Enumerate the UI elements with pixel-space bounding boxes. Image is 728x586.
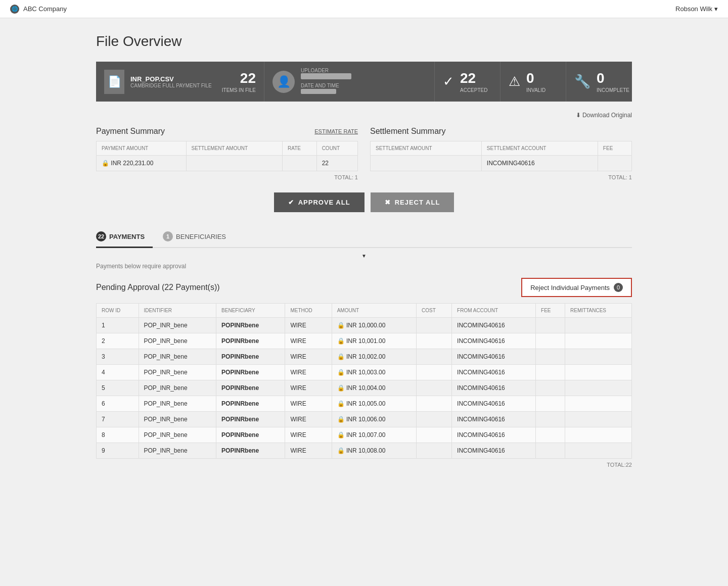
banner-incomplete-count: 0 [597,70,629,86]
approve-all-button[interactable]: ✔ APPROVE ALL [274,192,365,212]
table-row[interactable]: 6 POP_INR_bene POPINRbene WIRE 🔒 INR 10,… [97,396,632,412]
tab-beneficiaries[interactable]: 1 BENEFICIARIES [163,226,234,248]
file-icon: 📄 [104,70,124,94]
cell-beneficiary: POPINRbene [216,365,285,380]
banner-file-info: INR_POP.CSV CAMBRIDGE FULL PAYMENT FILE [130,75,212,88]
col-fee: FEE [536,304,565,318]
user-avatar-icon: 👤 [272,71,295,93]
cell-from-account: INCOMING40616 [452,443,536,459]
download-bar: ⬇ Download Original [96,112,632,119]
cell-cost [417,427,452,443]
cell-beneficiary: POPINRbene [216,396,285,412]
cell-fee [536,333,565,349]
cell-rate [283,156,317,171]
banner-uploader-name [301,73,351,79]
cell-row-id: 2 [97,333,139,349]
cell-remittances [565,380,632,396]
cell-from-account: INCOMING40616 [452,412,536,427]
cell-identifier: POP_INR_bene [139,443,216,459]
table-row[interactable]: 7 POP_INR_bene POPINRbene WIRE 🔒 INR 10,… [97,412,632,427]
col-from-account: FROM ACCOUNT [452,304,536,318]
table-row[interactable]: 8 POP_INR_bene POPINRbene WIRE 🔒 INR 10,… [97,427,632,443]
pending-approval-title: Pending Approval (22 Payment(s)) [96,283,220,292]
col-row-id: ROW ID [97,304,139,318]
cell-fee [536,412,565,427]
col-remittances: REMITTANCES [565,304,632,318]
cell-cost [417,396,452,412]
payments-table-wrapper: ROW ID IDENTIFIER BENEFICIARY METHOD AMO… [96,303,632,468]
table-row[interactable]: 1 POP_INR_bene POPINRbene WIRE 🔒 INR 10,… [97,318,632,333]
cell-row-id: 9 [97,443,139,459]
cell-fee [536,349,565,365]
tab-payments[interactable]: 22 PAYMENTS [96,226,153,248]
banner-items-label: ITEMS IN FILE [222,87,256,93]
table-row[interactable]: 9 POP_INR_bene POPINRbene WIRE 🔒 INR 10,… [97,443,632,459]
cell-from-account: INCOMING40616 [452,380,536,396]
cell-from-account: INCOMING40616 [452,318,536,333]
cell-beneficiary: POPINRbene [216,427,285,443]
cell-identifier: POP_INR_bene [139,318,216,333]
cell-cost [417,349,452,365]
banner-items-count-block: 22 ITEMS IN FILE [222,70,256,93]
user-caret-icon: ▾ [714,5,718,13]
cell-identifier: POP_INR_bene [139,349,216,365]
settlement-summary-table: SETTLEMENT AMOUNT SETTLEMENT ACCOUNT FEE… [370,141,632,171]
cell-beneficiary: POPINRbene [216,333,285,349]
cell-beneficiary: POPINRbene [216,318,285,333]
cell-identifier: POP_INR_bene [139,412,216,427]
cell-payment-amount: 🔒 INR 220,231.00 [97,156,187,171]
table-row[interactable]: 4 POP_INR_bene POPINRbene WIRE 🔒 INR 10,… [97,365,632,380]
cell-remittances [565,427,632,443]
cell-beneficiary: POPINRbene [216,443,285,459]
cell-amount: 🔒 INR 10,001.00 [332,333,416,349]
col-amount: AMOUNT [332,304,416,318]
download-original-link[interactable]: ⬇ Download Original [576,112,632,119]
col-cost: COST [417,304,452,318]
cell-method: WIRE [285,318,332,333]
reject-all-button[interactable]: ✖ REJECT ALL [371,192,454,212]
cell-fee [536,443,565,459]
cell-cost [417,443,452,459]
cell-cost [417,333,452,349]
check-icon: ✓ [443,74,454,89]
banner-incomplete-label: INCOMPLETE [597,87,629,93]
banner-items-count: 22 [222,70,256,86]
cell-from-account: INCOMING40616 [452,365,536,380]
settlement-summary-total: TOTAL: 1 [370,174,632,180]
cell-row-id: 3 [97,349,139,365]
reject-individual-payments-button[interactable]: Reject Individual Payments 0 [521,278,632,297]
payments-note: Payments below require approval [96,263,632,270]
table-row[interactable]: 2 POP_INR_bene POPINRbene WIRE 🔒 INR 10,… [97,333,632,349]
cell-fee [536,380,565,396]
warning-icon: ⚠ [509,74,520,89]
globe-icon: 🌐 [10,5,19,14]
user-menu[interactable]: Robson Wilk ▾ [675,5,718,13]
banner-accepted-section: ✓ 22 ACCEPTED [435,62,500,102]
banner-file-name: INR_POP.CSV [130,75,212,83]
cell-beneficiary: POPINRbene [216,380,285,396]
payments-badge: 22 [96,231,106,241]
settlement-summary-row: INCOMING40616 [371,156,632,171]
cell-row-id: 4 [97,365,139,380]
cell-amount: 🔒 INR 10,007.00 [332,427,416,443]
table-row[interactable]: 3 POP_INR_bene POPINRbene WIRE 🔒 INR 10,… [97,349,632,365]
cell-cost [417,380,452,396]
cell-remittances [565,333,632,349]
banner-accepted-block: 22 ACCEPTED [460,70,487,93]
settlement-summary-title: Settlement Summary [370,127,632,136]
banner-user-section: 👤 UPLOADER DATE AND TIME [264,62,435,102]
banner-invalid-label: INVALID [526,87,545,93]
cell-beneficiary: POPINRbene [216,349,285,365]
table-row[interactable]: 5 POP_INR_bene POPINRbene WIRE 🔒 INR 10,… [97,380,632,396]
payment-summary-total: TOTAL: 1 [96,174,358,180]
settlement-summary-box: Settlement Summary SETTLEMENT AMOUNT SET… [370,127,632,180]
tab-arrow-icon: ▼ [96,253,632,259]
cell-from-account: INCOMING40616 [452,333,536,349]
cell-method: WIRE [285,349,332,365]
user-name: Robson Wilk [675,5,712,13]
cell-row-id: 7 [97,412,139,427]
file-banner: 📄 INR_POP.CSV CAMBRIDGE FULL PAYMENT FIL… [96,62,632,102]
payments-table-total: TOTAL:22 [96,462,632,468]
estimate-rate-link[interactable]: ESTIMATE RATE [314,128,358,134]
payment-summary-title: Payment Summary ESTIMATE RATE [96,127,358,136]
